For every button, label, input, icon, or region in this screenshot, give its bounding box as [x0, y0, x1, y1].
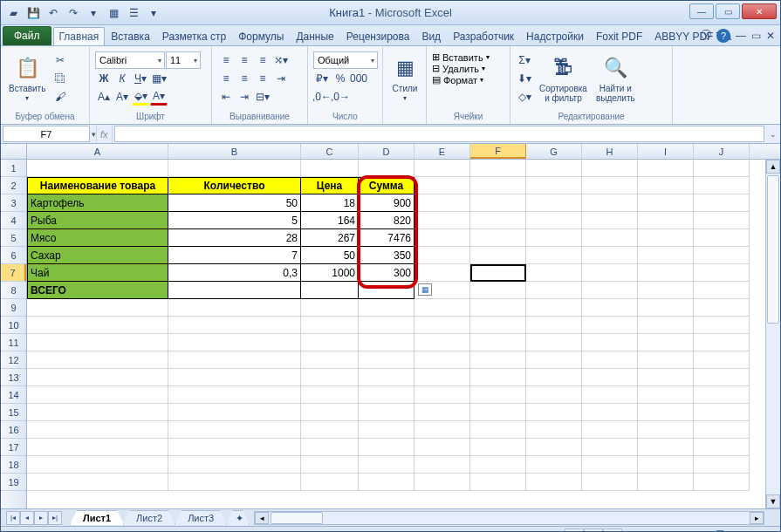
format-cells-icon[interactable]: ▤ — [432, 74, 441, 85]
cell-A5[interactable]: Мясо — [27, 229, 168, 247]
cell-G13[interactable] — [526, 369, 582, 386]
orientation-icon[interactable]: ⤭▾ — [272, 51, 290, 69]
cell-B11[interactable] — [168, 334, 301, 351]
row-header-14[interactable]: 14 — [1, 386, 26, 404]
cell-H10[interactable] — [582, 317, 638, 334]
qat-dropdown-icon[interactable]: ▾ — [145, 4, 162, 22]
align-top-icon[interactable]: ≡ — [217, 51, 235, 69]
cell-D18[interactable] — [359, 456, 414, 474]
doc-restore-icon[interactable]: ▭ — [751, 30, 761, 42]
formula-input[interactable] — [114, 126, 764, 142]
cell-E18[interactable] — [414, 456, 470, 474]
font-size-select[interactable]: 11 — [166, 51, 201, 69]
col-header-I[interactable]: I — [638, 144, 694, 159]
cell-D3[interactable]: 900 — [359, 194, 414, 212]
row-header-2[interactable]: 2 — [1, 177, 26, 194]
currency-icon[interactable]: ₽▾ — [313, 70, 331, 87]
row-header-13[interactable]: 13 — [1, 369, 26, 386]
tab-review[interactable]: Рецензирова — [340, 27, 416, 45]
tab-insert[interactable]: Вставка — [105, 27, 156, 45]
number-format-select[interactable]: Общий — [313, 51, 378, 69]
cell-B12[interactable] — [168, 351, 301, 369]
cell-D7[interactable]: 300 — [359, 264, 414, 282]
cut-icon[interactable]: ✂ — [51, 51, 69, 69]
cell-B2[interactable]: Количество — [168, 177, 301, 194]
cell-A3[interactable]: Картофель — [27, 194, 168, 212]
font-name-select[interactable]: Calibri — [95, 51, 165, 69]
cell-I15[interactable] — [638, 404, 694, 421]
align-right-icon[interactable]: ≡ — [254, 70, 271, 87]
col-header-J[interactable]: J — [694, 144, 750, 159]
select-all-corner[interactable] — [1, 144, 27, 159]
cell-E1[interactable] — [414, 160, 470, 177]
row-header-3[interactable]: 3 — [1, 194, 26, 212]
cell-H7[interactable] — [582, 264, 638, 282]
scroll-up-icon[interactable]: ▲ — [766, 160, 780, 174]
tab-foxit[interactable]: Foxit PDF — [590, 27, 648, 45]
cell-G19[interactable] — [526, 474, 582, 491]
cell-C5[interactable]: 267 — [301, 229, 359, 247]
shrink-font-icon[interactable]: A▾ — [113, 88, 131, 106]
cell-H14[interactable] — [582, 386, 638, 404]
cell-F3[interactable] — [470, 194, 526, 212]
cell-D8[interactable] — [359, 282, 414, 299]
cell-F2[interactable] — [470, 177, 526, 194]
cell-G8[interactable] — [526, 282, 582, 299]
cell-B17[interactable] — [168, 439, 301, 456]
view-normal-icon[interactable]: ▤ — [565, 529, 584, 533]
row-header-6[interactable]: 6 — [1, 247, 26, 264]
row-header-15[interactable]: 15 — [1, 404, 26, 421]
row-header-1[interactable]: 1 — [1, 160, 26, 177]
cell-J13[interactable] — [694, 369, 750, 386]
cell-A10[interactable] — [27, 317, 168, 334]
find-select-button[interactable]: 🔍 Найти и выделить — [593, 51, 638, 106]
scroll-thumb[interactable] — [767, 175, 779, 324]
row-header-7[interactable]: 7 — [1, 264, 26, 282]
cell-I12[interactable] — [638, 351, 694, 369]
scroll-down-icon[interactable]: ▼ — [766, 494, 780, 508]
cell-C2[interactable]: Цена — [301, 177, 359, 194]
cell-C17[interactable] — [301, 439, 359, 456]
col-header-G[interactable]: G — [526, 144, 582, 159]
cell-I1[interactable] — [638, 160, 694, 177]
font-color-icon[interactable]: A▾ — [150, 88, 168, 106]
cell-J18[interactable] — [694, 456, 750, 474]
increase-indent-icon[interactable]: ⇥ — [236, 88, 253, 106]
format-painter-icon[interactable]: 🖌 — [51, 88, 69, 106]
border-icon[interactable]: ▦▾ — [150, 70, 168, 87]
cell-F8[interactable] — [470, 282, 526, 299]
cell-H6[interactable] — [582, 247, 638, 264]
file-tab[interactable]: Файл — [3, 26, 51, 45]
cell-E15[interactable] — [414, 404, 470, 421]
qat-more-icon[interactable]: ▾ — [85, 4, 102, 22]
vertical-scrollbar[interactable]: ▲ ▼ — [765, 160, 780, 508]
cell-G5[interactable] — [526, 229, 582, 247]
cell-E5[interactable] — [414, 229, 470, 247]
cell-G7[interactable] — [526, 264, 582, 282]
cell-G18[interactable] — [526, 456, 582, 474]
cell-I8[interactable] — [638, 282, 694, 299]
increase-decimal-icon[interactable]: ,0← — [313, 88, 331, 106]
cell-D10[interactable] — [359, 317, 414, 334]
row-header-8[interactable]: 8 — [1, 282, 26, 299]
cell-B5[interactable]: 28 — [168, 229, 301, 247]
tab-data[interactable]: Данные — [290, 27, 339, 45]
align-middle-icon[interactable]: ≡ — [236, 51, 253, 69]
col-header-E[interactable]: E — [414, 144, 470, 159]
cell-H11[interactable] — [582, 334, 638, 351]
cell-E9[interactable] — [414, 299, 470, 317]
cell-B9[interactable] — [168, 299, 301, 317]
tab-view[interactable]: Вид — [415, 27, 447, 45]
cell-G10[interactable] — [526, 317, 582, 334]
sheet-first-icon[interactable]: |◂ — [6, 511, 20, 525]
cell-C9[interactable] — [301, 299, 359, 317]
help-icon[interactable]: ? — [716, 29, 730, 43]
fill-icon[interactable]: ⬇▾ — [516, 70, 533, 87]
cell-B10[interactable] — [168, 317, 301, 334]
fx-icon[interactable]: fx — [100, 129, 108, 140]
sheet-tab-3[interactable]: Лист3 — [175, 510, 227, 525]
cell-I3[interactable] — [638, 194, 694, 212]
delete-cells-button[interactable]: Удалить — [442, 64, 479, 74]
cell-J8[interactable] — [694, 282, 750, 299]
sheet-last-icon[interactable]: ▸| — [48, 511, 62, 525]
